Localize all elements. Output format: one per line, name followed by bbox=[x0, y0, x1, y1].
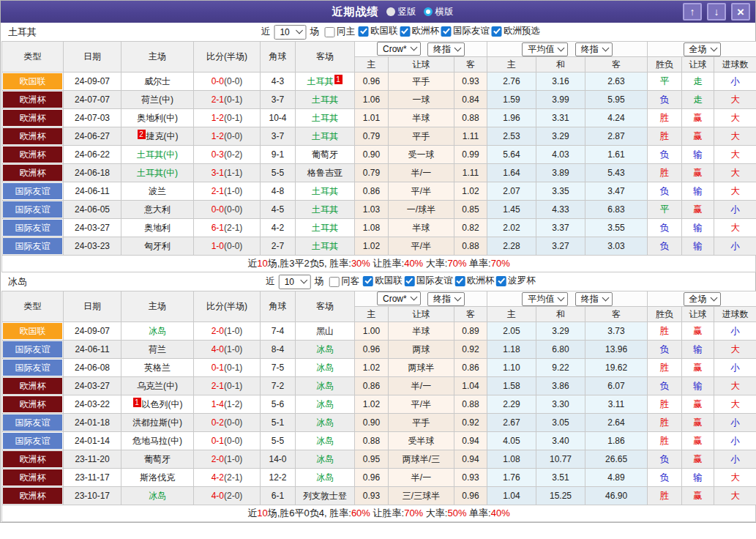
crow-odds-cell: 1.02 bbox=[454, 182, 487, 201]
avg-odds-cell: 1.10 bbox=[487, 359, 536, 377]
match-type-cell: 欧洲杯 bbox=[2, 164, 64, 182]
result-cell: 负 bbox=[648, 237, 682, 256]
league-checkbox[interactable]: 波罗杯 bbox=[496, 275, 536, 287]
match-row: 欧洲杯23-10-17冰岛4-0(2-0)6-1列支敦士登0.93三/三球半0.… bbox=[2, 487, 756, 505]
corner-cell: 7-4 bbox=[261, 322, 296, 341]
corner-cell: 8-4 bbox=[261, 341, 296, 359]
crow-odds-cell: 0.93 bbox=[355, 487, 389, 505]
match-type-cell: 国际友谊 bbox=[2, 201, 64, 219]
summary-line: 近10场,胜6平0负4, 胜率:60% 让胜率:70% 大率:50% 单率:40… bbox=[1, 505, 756, 522]
league-checkbox[interactable]: 国际友谊 bbox=[405, 275, 453, 287]
match-date-cell: 24-03-27 bbox=[64, 219, 121, 237]
section-bar: 土耳其 近 10 场 同主 欧国联欧洲杯国际友谊欧洲预选 bbox=[1, 23, 755, 41]
crow-odds-cell: 0.96 bbox=[355, 341, 389, 359]
match-date-cell: 24-09-07 bbox=[64, 73, 121, 91]
result-cell: 胜 bbox=[648, 395, 682, 414]
away-team-cell: 土耳其 bbox=[296, 91, 355, 109]
league-checkbox[interactable]: 欧洲预选 bbox=[492, 25, 540, 37]
result-group-header: 全场 bbox=[648, 42, 756, 57]
result-cell: 大 bbox=[714, 109, 756, 127]
avg-odds-cell: 3.27 bbox=[536, 237, 585, 256]
sub-header-avg-home: 主 bbox=[487, 57, 536, 73]
corner-cell: 5-5 bbox=[261, 164, 296, 182]
average-select[interactable]: 平均值 bbox=[522, 292, 568, 306]
match-type-cell: 欧洲杯 bbox=[2, 377, 64, 395]
match-type-cell: 欧国联 bbox=[2, 73, 64, 91]
match-date-cell: 24-06-27 bbox=[64, 127, 121, 146]
result-cell: 输 bbox=[682, 237, 714, 256]
avg-odds-cell: 9.22 bbox=[536, 359, 585, 377]
result-cell: 大 bbox=[714, 164, 756, 182]
scroll-down-button[interactable]: ↓ bbox=[707, 3, 726, 21]
crow-odds-cell: 半/一 bbox=[389, 469, 454, 487]
crow-odds-cell: 1.06 bbox=[355, 91, 389, 109]
avg-odds-cell: 2.67 bbox=[487, 414, 536, 432]
avg-odds-cell: 3.31 bbox=[536, 109, 585, 127]
same-venue-checkbox[interactable]: 同主 bbox=[325, 26, 355, 38]
full-match-select[interactable]: 全场 bbox=[684, 292, 721, 306]
avg-odds-cell: 2.29 bbox=[487, 395, 536, 414]
league-checkbox[interactable]: 欧国联 bbox=[363, 275, 403, 287]
match-date-cell: 24-07-03 bbox=[64, 109, 121, 127]
score-cell: 2-0(1-0) bbox=[194, 322, 261, 341]
avg-time-select[interactable]: 终指 bbox=[575, 42, 613, 56]
result-cell: 胜 bbox=[648, 322, 682, 341]
match-row: 欧洲杯24-03-27乌克兰(中)2-1(0-1)7-2冰岛0.86半/一1.0… bbox=[2, 377, 756, 395]
result-cell: 小 bbox=[714, 414, 756, 432]
sub-header-handicap-result: 让球 bbox=[682, 57, 714, 73]
match-count-select[interactable]: 10 bbox=[279, 275, 311, 289]
result-cell: 负 bbox=[648, 219, 682, 237]
odds-time-select[interactable]: 终指 bbox=[427, 42, 465, 56]
match-date-cell: 23-10-17 bbox=[64, 487, 121, 505]
away-team-cell: 土耳其1 bbox=[296, 73, 355, 91]
team-name: 冰岛 bbox=[8, 275, 27, 289]
close-button[interactable]: × bbox=[731, 3, 750, 21]
avg-time-select[interactable]: 终指 bbox=[575, 292, 613, 306]
home-team-cell: 奥地利 bbox=[121, 219, 194, 237]
crow-odds-cell: 0.93 bbox=[454, 469, 487, 487]
chevron-down-icon bbox=[454, 44, 462, 51]
vertical-layout-radio[interactable]: 竖版 bbox=[386, 6, 416, 18]
match-date-cell: 24-06-18 bbox=[64, 164, 121, 182]
result-cell: 小 bbox=[714, 359, 756, 377]
result-cell: 胜 bbox=[648, 487, 682, 505]
bookmaker-select[interactable]: Crow* bbox=[377, 291, 421, 305]
checkbox-unchecked-icon bbox=[329, 277, 340, 287]
avg-odds-cell: 2.63 bbox=[585, 73, 648, 91]
titlebar: 近期战绩 竖版 横版 ↑ ↓ × bbox=[1, 1, 755, 23]
avg-group-header: 平均值 终指 bbox=[487, 291, 648, 307]
away-team-cell: 土耳其 bbox=[296, 219, 355, 237]
match-count-select[interactable]: 10 bbox=[274, 25, 306, 40]
league-checkbox[interactable]: 欧洲杯 bbox=[400, 25, 439, 37]
corner-cell: 10-4 bbox=[261, 109, 296, 127]
scroll-up-button[interactable]: ↑ bbox=[683, 3, 702, 21]
col-header-home: 主场 bbox=[121, 42, 194, 73]
league-checkbox[interactable]: 国际友谊 bbox=[441, 25, 490, 37]
crow-odds-cell: 1.02 bbox=[355, 359, 389, 377]
result-cell: 赢 bbox=[682, 359, 714, 377]
league-checkbox[interactable]: 欧国联 bbox=[359, 25, 398, 37]
match-row: 欧洲杯23-11-17斯洛伐克4-2(2-1)12-2冰岛0.96半/一0.93… bbox=[2, 469, 756, 487]
crow-odds-cell: 0.88 bbox=[454, 395, 487, 414]
avg-odds-cell: 3.30 bbox=[536, 395, 585, 414]
team-name: 土耳其 bbox=[8, 26, 37, 39]
crow-odds-cell: 一/球半 bbox=[389, 201, 454, 219]
bookmaker-select[interactable]: Crow* bbox=[377, 42, 421, 56]
chevron-down-icon bbox=[454, 294, 462, 301]
crow-odds-cell: 1.02 bbox=[355, 395, 389, 414]
match-type-cell: 欧洲杯 bbox=[2, 395, 64, 414]
avg-odds-cell: 46.90 bbox=[585, 487, 648, 505]
match-date-cell: 24-06-08 bbox=[64, 359, 121, 377]
checkbox-checked-icon bbox=[400, 26, 410, 37]
horizontal-layout-radio[interactable]: 横版 bbox=[424, 6, 454, 18]
crow-odds-cell: 0.89 bbox=[454, 322, 487, 341]
full-match-select[interactable]: 全场 bbox=[684, 42, 721, 56]
col-header-away: 客场 bbox=[296, 42, 355, 73]
crow-odds-cell: 平手 bbox=[389, 73, 454, 91]
odds-time-select[interactable]: 终指 bbox=[427, 292, 465, 306]
same-venue-checkbox[interactable]: 同客 bbox=[329, 275, 359, 288]
crow-odds-cell: 0.96 bbox=[355, 469, 389, 487]
avg-odds-cell: 3.73 bbox=[585, 322, 648, 341]
league-checkbox[interactable]: 欧洲杯 bbox=[455, 275, 495, 287]
average-select[interactable]: 平均值 bbox=[522, 42, 568, 56]
